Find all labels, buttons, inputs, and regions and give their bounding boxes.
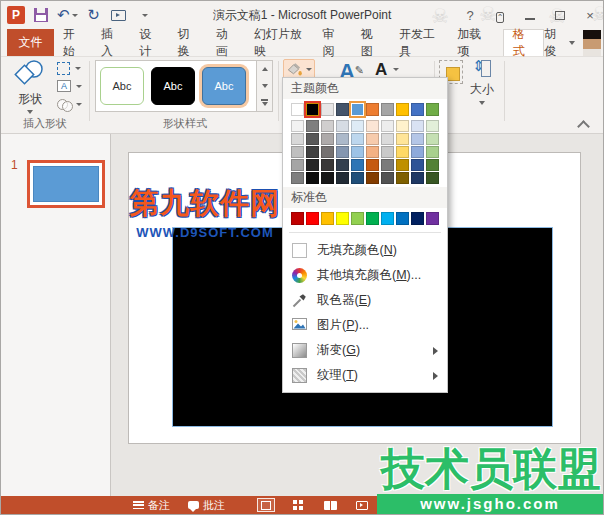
insert-shapes-button[interactable]: 形状: [9, 59, 51, 113]
color-swatch[interactable]: [366, 212, 379, 225]
color-swatch[interactable]: [336, 146, 349, 158]
color-swatch[interactable]: [366, 159, 379, 171]
help-button[interactable]: ?: [461, 8, 479, 23]
ribbon-tab[interactable]: 审阅: [313, 29, 351, 56]
color-swatch[interactable]: [291, 120, 304, 132]
fill-menu-item[interactable]: 取色器(E): [283, 288, 447, 313]
fill-menu-item[interactable]: 无填充颜色(N): [283, 238, 447, 263]
color-swatch[interactable]: [411, 133, 424, 145]
fill-menu-item[interactable]: 图片(P)...: [283, 313, 447, 338]
color-swatch[interactable]: [291, 172, 304, 184]
color-swatch[interactable]: [426, 172, 439, 184]
fit-slide-to-window-button[interactable]: [552, 500, 563, 511]
color-swatch[interactable]: [306, 133, 319, 145]
color-swatch[interactable]: [381, 212, 394, 225]
size-button[interactable]: 大小: [463, 59, 501, 105]
color-swatch[interactable]: [381, 120, 394, 132]
color-swatch[interactable]: [396, 212, 409, 225]
reading-view-button[interactable]: [321, 498, 339, 512]
fill-menu-item[interactable]: 渐变(G): [283, 338, 447, 363]
color-swatch[interactable]: [411, 172, 424, 184]
gallery-scroll-up-button[interactable]: [257, 61, 272, 78]
color-swatch[interactable]: [366, 146, 379, 158]
ribbon-tab[interactable]: 视图: [352, 29, 390, 56]
color-swatch[interactable]: [306, 172, 319, 184]
color-swatch[interactable]: [381, 133, 394, 145]
color-swatch[interactable]: [411, 212, 424, 225]
slide-sorter-view-button[interactable]: [289, 498, 307, 512]
color-swatch[interactable]: [396, 172, 409, 184]
ribbon-tab[interactable]: 插入: [92, 29, 130, 56]
color-swatch[interactable]: [336, 212, 349, 225]
normal-view-button[interactable]: [257, 498, 275, 512]
comments-button[interactable]: 批注: [188, 498, 225, 513]
color-swatch[interactable]: [336, 172, 349, 184]
color-swatch[interactable]: [321, 159, 334, 171]
color-swatch[interactable]: [396, 120, 409, 132]
color-swatch[interactable]: [351, 103, 364, 116]
color-swatch[interactable]: [306, 159, 319, 171]
format-tab[interactable]: 格式: [503, 29, 545, 56]
color-swatch[interactable]: [306, 120, 319, 132]
color-swatch[interactable]: [351, 172, 364, 184]
color-swatch[interactable]: [321, 172, 334, 184]
zoom-slider[interactable]: [393, 504, 497, 506]
gallery-more-button[interactable]: [257, 94, 272, 111]
color-swatch[interactable]: [321, 212, 334, 225]
color-swatch[interactable]: [366, 172, 379, 184]
color-swatch[interactable]: [366, 120, 379, 132]
color-swatch[interactable]: [426, 133, 439, 145]
color-swatch[interactable]: [411, 120, 424, 132]
color-swatch[interactable]: [426, 120, 439, 132]
start-slideshow-button[interactable]: [110, 4, 128, 26]
minimize-button[interactable]: [521, 8, 539, 23]
zoom-in-button[interactable]: +: [503, 499, 509, 511]
color-swatch[interactable]: [321, 133, 334, 145]
color-swatch[interactable]: [366, 103, 379, 116]
color-swatch[interactable]: [336, 120, 349, 132]
color-swatch[interactable]: [411, 103, 424, 116]
color-swatch[interactable]: [306, 212, 319, 225]
color-swatch[interactable]: [426, 212, 439, 225]
avatar[interactable]: [583, 30, 601, 56]
shape-style-option[interactable]: Abc: [202, 67, 246, 105]
gallery-scroll-down-button[interactable]: [257, 78, 272, 95]
color-swatch[interactable]: [321, 146, 334, 158]
slide-thumbnail[interactable]: [27, 160, 105, 208]
color-swatch[interactable]: [291, 159, 304, 171]
color-swatch[interactable]: [381, 159, 394, 171]
edit-shape-button[interactable]: [57, 60, 82, 76]
zoom-out-button[interactable]: −: [381, 499, 387, 511]
slideshow-view-button[interactable]: [353, 498, 371, 512]
zoom-slider-thumb[interactable]: [441, 500, 444, 510]
color-swatch[interactable]: [396, 159, 409, 171]
ribbon-tab[interactable]: 加载项: [448, 29, 496, 56]
fill-menu-item[interactable]: 纹理(T): [283, 363, 447, 388]
ribbon-tab[interactable]: 幻灯片放映: [245, 29, 314, 56]
collapse-ribbon-button[interactable]: [577, 119, 589, 129]
save-button[interactable]: [32, 4, 50, 26]
color-swatch[interactable]: [366, 133, 379, 145]
color-swatch[interactable]: [351, 159, 364, 171]
redo-button[interactable]: ↻: [85, 4, 103, 26]
color-swatch[interactable]: [396, 146, 409, 158]
color-swatch[interactable]: [306, 103, 319, 116]
fill-menu-item[interactable]: 其他填充颜色(M)...: [283, 263, 447, 288]
color-swatch[interactable]: [396, 133, 409, 145]
color-swatch[interactable]: [321, 103, 334, 116]
color-swatch[interactable]: [291, 212, 304, 225]
shape-style-option[interactable]: Abc: [100, 67, 144, 105]
ribbon-tab[interactable]: 开发工具: [390, 29, 448, 56]
color-swatch[interactable]: [381, 172, 394, 184]
close-button[interactable]: ×: [581, 8, 599, 23]
color-swatch[interactable]: [306, 146, 319, 158]
color-swatch[interactable]: [381, 146, 394, 158]
color-swatch[interactable]: [351, 133, 364, 145]
merge-shapes-button[interactable]: [57, 96, 82, 112]
color-swatch[interactable]: [411, 159, 424, 171]
customize-qat-button[interactable]: [135, 4, 153, 26]
color-swatch[interactable]: [291, 146, 304, 158]
color-swatch[interactable]: [351, 212, 364, 225]
undo-button[interactable]: ↶: [57, 4, 78, 26]
shape-style-option[interactable]: Abc: [151, 67, 195, 105]
